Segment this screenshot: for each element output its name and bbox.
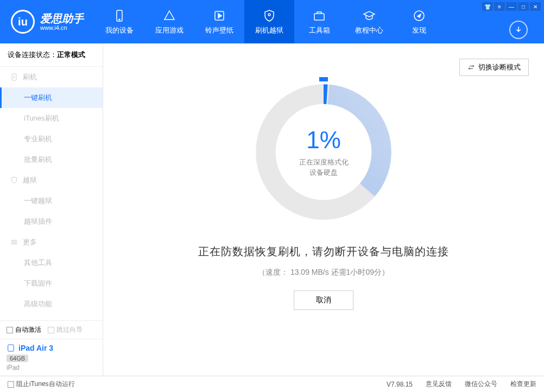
nav-discover[interactable]: 发现 — [394, 0, 444, 43]
apps-icon — [162, 8, 177, 23]
device-icon — [112, 8, 127, 23]
nav-apps[interactable]: 应用游戏 — [144, 0, 194, 43]
version-label: V7.98.15 — [387, 381, 413, 388]
graduation-icon — [362, 8, 377, 23]
shield-icon — [262, 8, 277, 23]
sidebar-item-jbplugin[interactable]: 越狱插件 — [0, 211, 103, 232]
app-title: 爱思助手 — [40, 12, 84, 24]
compass-icon — [412, 8, 427, 23]
toolbox-icon — [312, 8, 327, 23]
speed-info: （速度： 13.09 MB/s 还需1小时09分） — [258, 268, 389, 277]
win-maximize-icon[interactable]: □ — [518, 2, 529, 11]
app-url: www.i4.cn — [40, 24, 84, 31]
nav-tutorials[interactable]: 教程中心 — [344, 0, 394, 43]
stop-itunes-checkbox[interactable]: 阻止iTunes自动运行 — [8, 380, 75, 389]
nav-ringtones[interactable]: 铃声壁纸 — [194, 0, 244, 43]
nav-flash[interactable]: 刷机越狱 — [244, 0, 294, 43]
win-minimize-icon[interactable]: — — [506, 2, 517, 11]
header: iu 爱思助手 www.i4.cn 我的设备 应用游戏 铃声壁纸 刷机越狱 工具… — [0, 0, 544, 43]
svg-point-1 — [119, 19, 120, 20]
sidebar: 设备连接状态：正常模式 刷机 一键刷机 iTunes刷机 专业刷机 批量刷机 越… — [0, 43, 103, 376]
device-type: iPad — [7, 364, 96, 371]
auto-activate-checkbox[interactable]: 自动激活 — [7, 325, 41, 334]
connection-status: 设备连接状态：正常模式 — [0, 43, 103, 67]
diagnostic-mode-button[interactable]: 切换诊断模式 — [459, 59, 529, 76]
ring-marker — [319, 77, 328, 81]
status-message: 正在防数据恢复刷机，请勿断开设备与电脑的连接 — [198, 244, 449, 259]
progress-percent: 1% — [306, 127, 341, 154]
svg-rect-7 — [8, 345, 14, 351]
sidebar-item-advanced[interactable]: 高级功能 — [0, 294, 103, 314]
sidebar-item-other[interactable]: 其他工具 — [0, 252, 103, 273]
device-capacity: 64GB — [7, 355, 28, 362]
wechat-link[interactable]: 微信公众号 — [465, 380, 497, 389]
tablet-icon — [7, 344, 15, 352]
sidebar-cat-jailbreak[interactable]: 越狱 — [0, 170, 103, 191]
sidebar-item-pro[interactable]: 专业刷机 — [0, 129, 103, 149]
nav-toolbox[interactable]: 工具箱 — [294, 0, 344, 43]
progress-ring: 1% 正在深度格式化设备硬盘 — [253, 81, 394, 223]
shield-small-icon — [10, 176, 18, 185]
phone-arrow-icon — [10, 73, 18, 81]
cancel-button[interactable]: 取消 — [294, 290, 353, 310]
sidebar-item-batch[interactable]: 批量刷机 — [0, 149, 103, 170]
music-icon — [212, 8, 227, 23]
menu-icon — [10, 238, 18, 246]
skip-guide-checkbox[interactable]: 跳过向导 — [48, 325, 83, 334]
footer: 阻止iTunes自动运行 V7.98.15 意见反馈 微信公众号 检查更新 — [0, 376, 544, 392]
top-nav: 我的设备 应用游戏 铃声壁纸 刷机越狱 工具箱 教程中心 发现 — [94, 0, 444, 43]
win-menu-icon[interactable]: ≡ — [494, 2, 505, 11]
nav-my-device[interactable]: 我的设备 — [94, 0, 144, 43]
sidebar-item-oneclick[interactable]: 一键刷机 — [0, 87, 103, 108]
svg-rect-4 — [314, 14, 324, 20]
window-controls: 👕 ≡ — □ ✕ — [482, 2, 541, 11]
main-content: 切换诊断模式 1% 正在深度格式化设备硬盘 正在防数据恢复刷机，请勿断开设备与电… — [103, 43, 544, 376]
sidebar-item-itunes[interactable]: iTunes刷机 — [0, 108, 103, 129]
download-button[interactable] — [509, 21, 528, 39]
feedback-link[interactable]: 意见反馈 — [426, 380, 452, 389]
check-update-link[interactable]: 检查更新 — [510, 380, 536, 389]
win-close-icon[interactable]: ✕ — [530, 2, 541, 11]
sidebar-cat-more[interactable]: 更多 — [0, 232, 103, 252]
logo[interactable]: iu 爱思助手 www.i4.cn — [0, 0, 94, 43]
logo-icon: iu — [11, 10, 35, 34]
sidebar-options: 自动激活 跳过向导 — [0, 320, 103, 339]
svg-point-3 — [268, 14, 270, 16]
device-info[interactable]: iPad Air 3 64GB iPad — [0, 339, 103, 376]
progress-subtext: 正在深度格式化设备硬盘 — [299, 157, 349, 178]
sidebar-item-download[interactable]: 下载固件 — [0, 273, 103, 294]
swap-icon — [467, 64, 475, 71]
sidebar-item-jbone[interactable]: 一键越狱 — [0, 191, 103, 211]
sidebar-cat-flash[interactable]: 刷机 — [0, 67, 103, 87]
win-skin-icon[interactable]: 👕 — [482, 2, 493, 11]
